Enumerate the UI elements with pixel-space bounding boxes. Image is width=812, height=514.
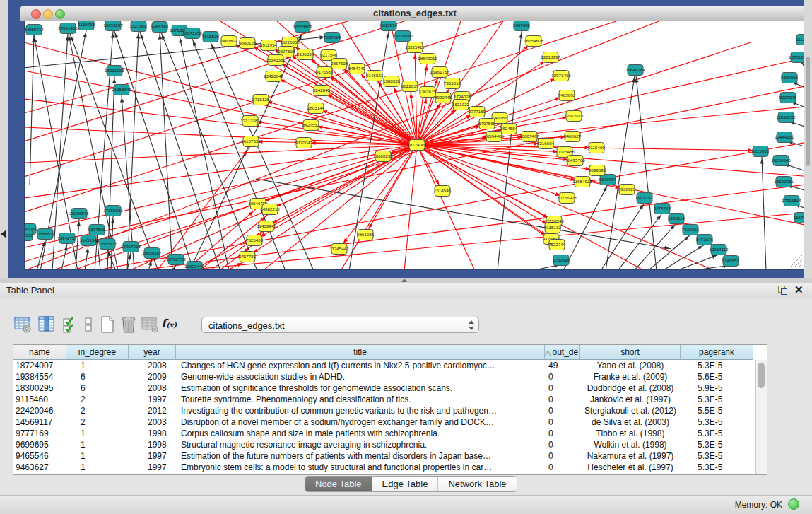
table-cell[interactable]: 0 [545, 405, 580, 416]
table-cell[interactable]: Embryonic stem cells: a model to study s… [176, 462, 545, 473]
graph-node[interactable]: 16961758 [430, 67, 449, 78]
table-cell[interactable]: 2 [66, 416, 129, 428]
graph-node[interactable]: 1733426 [553, 255, 570, 266]
resize-grip-icon[interactable] [788, 252, 804, 268]
panel-splitter[interactable] [0, 278, 812, 283]
graph-node[interactable]: 9777169 [469, 107, 486, 117]
select-rows-icon[interactable] [61, 315, 78, 334]
table-cell[interactable]: 0 [545, 450, 580, 462]
delete-table-icon[interactable] [119, 315, 139, 334]
graph-node[interactable]: 9146821 [366, 71, 384, 81]
graph-node[interactable]: 7485063 [558, 90, 576, 101]
graph-node[interactable]: 1621022 [452, 100, 470, 110]
graph-node[interactable]: 22420046 [264, 71, 283, 82]
table-cell[interactable]: 1 [66, 428, 129, 439]
graph-node[interactable]: 16033809 [293, 22, 312, 33]
graph-node[interactable]: 18640910 [418, 54, 437, 64]
graph-node[interactable]: 11568839 [35, 229, 55, 240]
table-cell[interactable]: Structural magnetic resonance image aver… [176, 439, 545, 450]
graph-node[interactable]: 20206576 [69, 209, 89, 219]
graph-node[interactable]: 2867608 [331, 59, 348, 69]
table-cell[interactable]: Hescheler et al. (1997) [580, 462, 681, 473]
graph-node[interactable]: 16543382 [266, 55, 286, 66]
table-cell[interactable]: 1997 [129, 394, 176, 405]
table-cell[interactable]: 0 [545, 371, 580, 382]
table-cell[interactable]: 1 [66, 450, 129, 462]
graph-node[interactable]: 1514545 [434, 186, 452, 197]
table-row[interactable]: 911546021997Tourette syndrome. Phenomeno… [13, 394, 767, 405]
splitter-handle-icon[interactable] [401, 279, 407, 282]
graph-node[interactable]: 7632621 [682, 225, 700, 235]
table-row[interactable]: 969969511998Structural magnetic resonanc… [13, 439, 767, 450]
row-height-icon[interactable] [82, 315, 95, 334]
table-cell[interactable]: 0 [545, 428, 580, 439]
table-cell[interactable]: Dudbridge et al. (2008) [580, 382, 681, 394]
graph-node[interactable]: 15751074 [789, 52, 806, 63]
column-header-year[interactable]: year [129, 345, 176, 360]
table-cell[interactable]: 6 [66, 382, 129, 394]
graph-node[interactable]: 9242848 [313, 86, 331, 96]
table-row[interactable]: 2242004622012Investigating the contribut… [13, 405, 767, 416]
graph-node[interactable]: 9474444 [654, 204, 671, 214]
graph-node[interactable]: 15692931 [774, 177, 794, 187]
graph-node[interactable]: 9660128 [239, 38, 257, 49]
graph-node[interactable]: 8990448 [435, 93, 452, 103]
table-cell[interactable]: 9463627 [13, 462, 66, 473]
graph-node[interactable]: 7857224 [324, 33, 341, 43]
graph-node[interactable]: 14982210 [260, 204, 280, 215]
graph-node[interactable]: 17957223 [121, 242, 141, 252]
graph-node[interactable]: 12093852 [776, 112, 796, 123]
table-cell[interactable]: Tibbo et al. (1998) [580, 428, 681, 439]
graph-node[interactable]: 9115460 [588, 143, 605, 153]
graph-node[interactable]: 9329966 [781, 73, 799, 83]
graph-node[interactable]: 2718126 [252, 95, 270, 105]
graph-node[interactable]: 7515526 [202, 32, 220, 42]
graph-node[interactable]: 12975115 [564, 111, 584, 122]
graph-node[interactable]: 10653287 [103, 21, 123, 31]
column-header-short[interactable]: short [580, 345, 681, 360]
table-cell[interactable]: 2 [66, 394, 129, 405]
graph-node[interactable]: 19218596 [393, 31, 413, 42]
graph-node[interactable]: 8186328 [297, 49, 314, 60]
graph-node[interactable]: 8813054 [380, 21, 398, 31]
table-cell[interactable]: 1998 [129, 428, 176, 439]
column-header-title[interactable]: title [176, 345, 545, 360]
table-cell[interactable]: Nakamura et al. (1997) [580, 450, 681, 462]
table-cell[interactable]: Yano et al. (2008) [580, 360, 681, 371]
table-cell[interactable]: 14569117 [13, 416, 66, 428]
graph-node[interactable]: 2687682 [513, 21, 531, 31]
graph-node[interactable]: 8427552 [302, 120, 320, 131]
table-cell[interactable]: Jankovic et al. (1997) [580, 394, 681, 405]
graph-node[interactable]: 98495786 [565, 156, 585, 166]
graph-node[interactable]: 9227343 [779, 93, 797, 103]
table-cell[interactable]: 18724007 [13, 360, 66, 371]
table-cell[interactable]: 5.3E-5 [681, 360, 753, 371]
function-builder-icon[interactable]: f(x) [161, 315, 185, 334]
float-window-icon[interactable] [778, 286, 787, 295]
graph-node[interactable]: 9466160 [151, 22, 169, 33]
collapse-arrow-icon[interactable] [1, 230, 6, 238]
table-cell[interactable]: 2012 [129, 405, 176, 416]
table-cell[interactable]: 0 [545, 462, 580, 473]
table-cell[interactable]: de Silva et al. (2003) [580, 416, 681, 428]
column-header-out_de[interactable]: △out_de… [545, 345, 580, 360]
table-cell[interactable]: 5.3E-5 [681, 394, 753, 405]
table-row[interactable]: 946362711997Embryonic stem cells: a mode… [13, 462, 767, 473]
table-row[interactable]: 1938455462009Genome-wide association stu… [13, 371, 767, 382]
table-cell[interactable]: 9115460 [13, 394, 66, 405]
create-table-icon[interactable] [98, 315, 117, 334]
table-cell[interactable]: 1998 [129, 439, 176, 450]
graph-node[interactable]: 9397588 [88, 225, 106, 235]
graph-node[interactable]: 10958187 [142, 248, 162, 259]
table-vertical-scrollbar[interactable] [755, 360, 767, 474]
graph-node[interactable]: 34055714 [24, 25, 44, 35]
table-cell[interactable]: 0 [545, 382, 580, 394]
graph-node[interactable]: 27691406 [58, 23, 78, 34]
graph-node[interactable]: 26031905 [105, 66, 124, 76]
graph-node[interactable]: 1527602 [130, 21, 148, 32]
table-cell[interactable]: Disruption of a novel member of a sodium… [176, 416, 545, 428]
graph-node[interactable]: 9175685 [316, 67, 334, 78]
graph-node[interactable]: 17016504 [782, 196, 801, 206]
tab-node-table[interactable]: Node Table [305, 477, 372, 491]
graph-node[interactable]: 7463822 [220, 36, 238, 47]
